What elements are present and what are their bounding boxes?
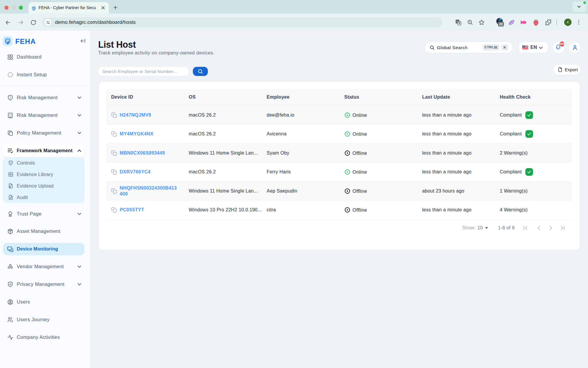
svg-text:22: 22 (499, 22, 503, 26)
